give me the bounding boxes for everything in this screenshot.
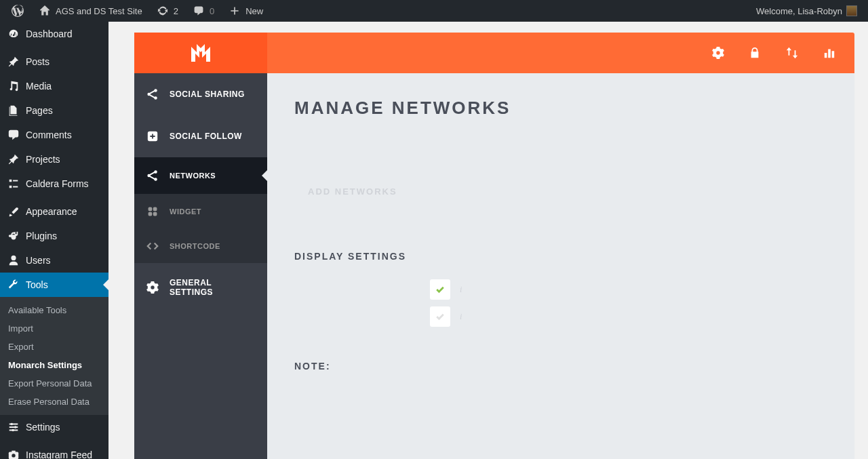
checkbox-1[interactable] xyxy=(430,279,450,300)
monarch-header-actions xyxy=(712,47,854,59)
note-heading: NOTE: xyxy=(294,361,827,372)
info-icon[interactable]: i xyxy=(460,312,462,322)
updates-count: 2 xyxy=(174,6,178,16)
header-lock-icon[interactable] xyxy=(749,47,761,59)
svg-point-4 xyxy=(12,454,15,457)
menu-comments[interactable]: Comments xyxy=(0,123,108,147)
menu-settings[interactable]: Settings xyxy=(0,415,108,439)
menu-tools[interactable]: Tools xyxy=(0,273,108,297)
plugin-icon xyxy=(7,229,20,243)
gear-icon xyxy=(146,281,159,294)
monarch-body: SOCIAL SHARING SOCIAL FOLLOW NETWORKS WI… xyxy=(134,73,854,459)
monarch-logo-wrap xyxy=(134,33,267,73)
sliders-icon xyxy=(7,420,20,434)
site-name-link[interactable]: AGS and DS Test Site xyxy=(33,0,148,22)
site-name-label: AGS and DS Test Site xyxy=(56,6,142,16)
monarch-main: MANAGE NETWORKS ADD NETWORKS DISPLAY SET… xyxy=(267,73,854,459)
checkbox-2[interactable] xyxy=(430,306,450,327)
side-widget[interactable]: WIDGET xyxy=(134,194,267,229)
media-icon xyxy=(7,79,20,93)
camera-icon xyxy=(7,448,20,459)
content-area: SOCIAL SHARING SOCIAL FOLLOW NETWORKS WI… xyxy=(108,22,868,459)
header-import-export-icon[interactable] xyxy=(785,47,799,59)
side-general-settings[interactable]: GENERAL SETTINGS xyxy=(134,263,267,312)
wp-admin-sidebar: Dashboard Posts Media Pages Comments Pro… xyxy=(0,22,108,459)
share-icon xyxy=(146,88,159,100)
brush-icon xyxy=(7,205,20,218)
svg-point-0 xyxy=(11,423,14,426)
monarch-logo-icon xyxy=(191,44,210,62)
my-account[interactable]: Welcome, Lisa-Robyn xyxy=(751,0,863,22)
new-label: New xyxy=(245,6,263,16)
side-networks[interactable]: NETWORKS xyxy=(134,157,267,194)
menu-dashboard[interactable]: Dashboard xyxy=(0,22,108,46)
plus-box-icon xyxy=(146,130,159,142)
svg-rect-5 xyxy=(12,451,15,453)
wordpress-icon xyxy=(11,4,24,18)
new-link[interactable]: New xyxy=(222,0,269,22)
menu-projects[interactable]: Projects xyxy=(0,147,108,172)
menu-plugins[interactable]: Plugins xyxy=(0,224,108,248)
wp-admin-bar: AGS and DS Test Site 2 0 New Welcome, Li… xyxy=(0,0,868,22)
share-icon xyxy=(146,169,159,182)
side-social-sharing[interactable]: SOCIAL SHARING xyxy=(134,73,267,115)
submenu-available-tools[interactable]: Available Tools xyxy=(0,301,108,319)
svg-rect-15 xyxy=(149,212,153,216)
svg-rect-13 xyxy=(149,207,153,212)
header-gear-icon[interactable] xyxy=(712,47,724,59)
pages-icon xyxy=(7,104,20,117)
side-social-follow[interactable]: SOCIAL FOLLOW xyxy=(134,115,267,157)
svg-rect-14 xyxy=(153,207,157,212)
add-networks-label[interactable]: ADD NETWORKS xyxy=(294,186,827,197)
menu-media[interactable]: Media xyxy=(0,74,108,98)
menu-users[interactable]: Users xyxy=(0,248,108,273)
plus-icon xyxy=(228,4,241,18)
submenu-export-personal[interactable]: Export Personal Data xyxy=(0,374,108,393)
side-shortcode[interactable]: SHORTCODE xyxy=(134,229,267,263)
submenu-export[interactable]: Export xyxy=(0,338,108,356)
monarch-header xyxy=(134,33,854,73)
display-settings-heading: DISPLAY SETTINGS xyxy=(294,251,827,262)
setting-row-1: i xyxy=(294,279,827,300)
header-stats-icon[interactable] xyxy=(823,47,835,59)
wrench-icon xyxy=(7,278,20,292)
dashboard-icon xyxy=(7,27,20,41)
admin-bar-right: Welcome, Lisa-Robyn xyxy=(751,0,863,22)
wp-logo[interactable] xyxy=(5,0,30,22)
svg-point-2 xyxy=(12,429,14,432)
comment-icon xyxy=(192,4,205,18)
menu-instagram-feed[interactable]: Instagram Feed xyxy=(0,443,108,459)
form-icon xyxy=(7,177,20,191)
menu-pages[interactable]: Pages xyxy=(0,98,108,123)
submenu-monarch-settings[interactable]: Monarch Settings xyxy=(0,356,108,374)
submenu-erase-personal[interactable]: Erase Personal Data xyxy=(0,393,108,411)
comments-icon xyxy=(7,128,20,142)
welcome-label: Welcome, Lisa-Robyn xyxy=(756,6,842,16)
pin-icon xyxy=(7,55,20,68)
updates-link[interactable]: 2 xyxy=(151,0,184,22)
svg-point-1 xyxy=(14,426,17,428)
monarch-panel: SOCIAL SHARING SOCIAL FOLLOW NETWORKS WI… xyxy=(134,33,854,459)
comments-link[interactable]: 0 xyxy=(186,0,220,22)
menu-appearance[interactable]: Appearance xyxy=(0,199,108,224)
updates-icon xyxy=(156,4,170,18)
admin-bar-left: AGS and DS Test Site 2 0 New xyxy=(5,0,269,22)
svg-rect-16 xyxy=(153,212,157,216)
tools-submenu: Available Tools Import Export Monarch Se… xyxy=(0,297,108,415)
grid-icon xyxy=(146,206,159,217)
menu-posts[interactable]: Posts xyxy=(0,49,108,74)
avatar xyxy=(846,5,857,16)
setting-row-2: i xyxy=(294,306,827,327)
info-icon[interactable]: i xyxy=(460,285,462,295)
monarch-sidebar: SOCIAL SHARING SOCIAL FOLLOW NETWORKS WI… xyxy=(134,73,267,459)
pin-icon xyxy=(7,153,20,166)
code-icon xyxy=(146,241,159,251)
comments-count: 0 xyxy=(210,6,214,16)
menu-caldera-forms[interactable]: Caldera Forms xyxy=(0,172,108,196)
user-icon xyxy=(7,254,20,267)
submenu-import[interactable]: Import xyxy=(0,319,108,338)
home-icon xyxy=(38,4,52,18)
page-title: MANAGE NETWORKS xyxy=(294,98,827,119)
